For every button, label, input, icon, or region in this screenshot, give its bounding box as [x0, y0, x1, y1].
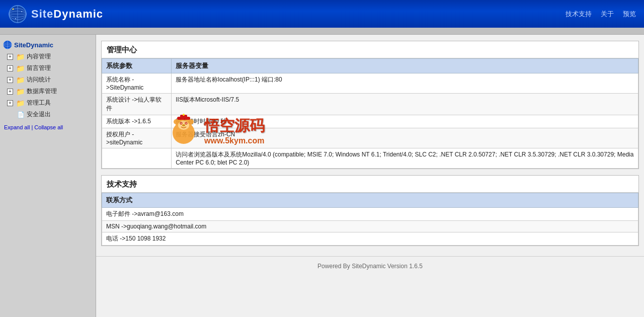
svg-point-7 — [21, 11, 22, 12]
table-row: 系统设计 ->仙人掌软件IIS版本Microsoft-IIS/7.5 — [102, 94, 638, 115]
header: SiteDynamic 技术支持 关于 预览 — [0, 0, 644, 28]
folder-icon-db: 📁 — [16, 88, 25, 96]
sidebar-group: + 📁 内容管理 + 📁 留言管理 + 📁 访问统计 + 📁 数据库管理 — [2, 51, 94, 120]
scrollbar-area — [0, 28, 644, 35]
sidebar-item-message[interactable]: + 📁 留言管理 — [5, 62, 94, 74]
contact-table: 联系方式 电子邮件 ->avram@163.comMSN ->guoqiang.… — [102, 193, 638, 246]
left-header: 系统参数 — [102, 59, 172, 73]
sys-param-left: 系统设计 ->仙人掌软件 — [102, 94, 172, 115]
tech-support-section: 技术支持 联系方式 电子邮件 ->avram@163.comMSN ->guoq… — [101, 175, 639, 246]
sidebar: SiteDynamic + 📁 内容管理 + 📁 留言管理 + 📁 访问统计 — [0, 35, 96, 317]
logo-site: Site — [31, 8, 53, 20]
sys-param-right: 服务器地址名称localhost(IP:::1) 端口:80 — [172, 73, 638, 94]
sys-param-right: IIS版本Microsoft-IIS/7.5 — [172, 94, 638, 115]
collapse-all-link[interactable]: Collapse all — [34, 124, 63, 130]
sidebar-item-tools[interactable]: + 📁 管理工具 — [5, 97, 94, 109]
contact-row: 电话 ->150 1098 1932 — [102, 232, 638, 246]
footer-text: Powered By SiteDynamic Version 1.6.5 — [317, 263, 423, 270]
nav-preview[interactable]: 预览 — [623, 10, 636, 19]
sys-param-left: 系统名称 ->SiteDynamic — [102, 73, 172, 94]
sys-params-table: 系统参数 服务器变量 系统名称 ->SiteDynamic服务器地址名称loca… — [102, 58, 638, 169]
admin-center-section: 管理中心 系统参数 服务器变量 系统名称 ->SiteDynamic服务器地址名… — [101, 41, 639, 169]
sidebar-label-content: 内容管理 — [27, 52, 51, 61]
expand-all-link[interactable]: Expand all — [4, 124, 30, 130]
contact-header: 联系方式 — [102, 193, 638, 208]
sidebar-label-tools: 管理工具 — [27, 99, 51, 107]
right-header: 服务器变量 — [172, 59, 638, 73]
svg-point-6 — [13, 8, 14, 10]
sidebar-label-message: 留言管理 — [27, 64, 51, 72]
footer: Powered By SiteDynamic Version 1.6.5 — [96, 256, 644, 276]
sidebar-item-stats[interactable]: + 📁 访问统计 — [5, 74, 94, 86]
expand-icon-2: + — [7, 65, 13, 71]
sidebar-item-logout[interactable]: 📄 安全退出 — [5, 109, 94, 120]
contact-row: MSN ->guoqiang.wang@hotmail.com — [102, 221, 638, 232]
expand-collapse-controls: Expand all | Collapse all — [2, 124, 94, 130]
svg-point-8 — [15, 18, 16, 19]
sys-param-right: 脚本超时时间90 秒 — [172, 115, 638, 128]
sidebar-item-content[interactable]: + 📁 内容管理 — [5, 51, 94, 62]
expand-icon-4: + — [7, 89, 13, 95]
sys-param-left: 系统版本 ->1.6.5 — [102, 115, 172, 128]
admin-center-title: 管理中心 — [102, 41, 638, 58]
sidebar-root[interactable]: SiteDynamic — [2, 39, 94, 51]
sidebar-label-db: 数据库管理 — [27, 87, 57, 96]
expand-icon-5: + — [7, 100, 13, 106]
tech-support-title: 技术支持 — [102, 176, 638, 193]
layout: SiteDynamic + 📁 内容管理 + 📁 留言管理 + 📁 访问统计 — [0, 35, 644, 317]
sys-param-right: 服务器接受语言zh-CN — [172, 128, 638, 148]
expand-icon: + — [7, 54, 13, 60]
globe-icon — [8, 5, 27, 24]
sidebar-item-db[interactable]: + 📁 数据库管理 — [5, 86, 94, 97]
sys-param-left — [102, 148, 172, 169]
logo-area: SiteDynamic — [8, 5, 103, 24]
table-row: 电子邮件 ->avram@163.com — [102, 208, 638, 221]
sidebar-label-stats: 访问统计 — [27, 75, 51, 84]
sys-param-left: 授权用户 ->siteDynamic — [102, 128, 172, 148]
folder-icon-message: 📁 — [16, 64, 25, 72]
contact-row: 电子邮件 ->avram@163.com — [102, 208, 638, 221]
doc-icon-logout: 📄 — [17, 111, 25, 118]
table-row: 授权用户 ->siteDynamic服务器接受语言zh-CN — [102, 128, 638, 148]
folder-icon-tools: 📁 — [16, 99, 25, 107]
sys-param-right: 访问者浏览器版本及系统Mozilla/4.0 (compatible; MSIE… — [172, 148, 638, 169]
table-row: 电话 ->150 1098 1932 — [102, 232, 638, 246]
folder-icon-stats: 📁 — [16, 76, 25, 84]
site-icon — [3, 40, 12, 49]
table-row: MSN ->guoqiang.wang@hotmail.com — [102, 221, 638, 232]
table-row: 系统版本 ->1.6.5脚本超时时间90 秒 — [102, 115, 638, 128]
nav-about[interactable]: 关于 — [601, 10, 614, 19]
table-row: 访问者浏览器版本及系统Mozilla/4.0 (compatible; MSIE… — [102, 148, 638, 169]
logo-text: SiteDynamic — [31, 8, 103, 21]
sidebar-root-label: SiteDynamic — [14, 41, 53, 49]
folder-icon-content: 📁 — [16, 53, 25, 61]
logo-dynamic: Dynamic — [53, 8, 103, 20]
header-nav: 技术支持 关于 预览 — [566, 10, 636, 19]
main-content: 管理中心 系统参数 服务器变量 系统名称 ->SiteDynamic服务器地址名… — [96, 35, 644, 317]
nav-tech-support[interactable]: 技术支持 — [566, 10, 592, 19]
sidebar-label-logout: 安全退出 — [27, 110, 51, 119]
expand-icon-3: + — [7, 77, 13, 83]
table-row: 系统名称 ->SiteDynamic服务器地址名称localhost(IP:::… — [102, 73, 638, 94]
